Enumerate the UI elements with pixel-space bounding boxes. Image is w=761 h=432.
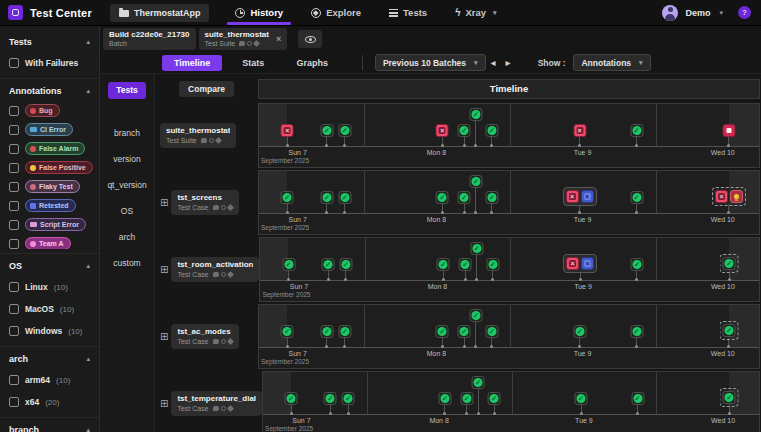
dimension-item-version[interactable]: version <box>100 146 154 172</box>
marker-pass[interactable]: ✓ <box>281 191 294 204</box>
marker-fail[interactable]: × <box>566 190 579 203</box>
marker-group[interactable]: ✓ <box>720 254 739 273</box>
marker-pass[interactable]: ✓ <box>338 191 351 204</box>
section-header-tests[interactable]: Tests▴ <box>0 30 99 52</box>
dimension-item-qt-version[interactable]: qt_version <box>100 172 154 198</box>
filter-item-retested[interactable]: Retested <box>0 196 99 215</box>
dimension-item-os[interactable]: OS <box>100 198 154 224</box>
checkbox[interactable] <box>9 144 19 154</box>
marker-pass[interactable]: ✓ <box>281 325 294 338</box>
marker-fail[interactable]: × <box>573 124 586 137</box>
checkbox[interactable] <box>9 201 19 211</box>
checkbox[interactable] <box>9 304 19 314</box>
marker-pass[interactable]: ✓ <box>486 258 499 271</box>
marker-retested[interactable]: × <box>581 257 594 270</box>
close-icon[interactable]: × <box>276 34 281 44</box>
marker-pass[interactable]: ✓ <box>485 191 498 204</box>
dimension-item-arch[interactable]: arch <box>100 224 154 250</box>
visibility-toggle-button[interactable] <box>298 30 322 48</box>
marker-bulb[interactable] <box>730 190 743 203</box>
test-label-card[interactable]: tst_ac_modesTest Case <box>171 324 238 349</box>
filter-item-arm64[interactable]: arm64(10) <box>0 369 99 391</box>
checkbox[interactable] <box>9 58 19 68</box>
marker-pass[interactable]: ✓ <box>469 175 482 188</box>
test-label-card[interactable]: tst_screensTest Case <box>171 190 238 215</box>
marker-fail[interactable]: × <box>281 124 294 137</box>
checkbox[interactable] <box>9 125 19 135</box>
marker-pass[interactable]: ✓ <box>436 191 449 204</box>
marker-pass[interactable]: ✓ <box>324 392 337 405</box>
filter-item-false-positive[interactable]: False Positive <box>0 158 99 177</box>
prev-batch-button[interactable]: ◂ <box>486 57 501 68</box>
marker-pass[interactable]: ✓ <box>630 258 643 271</box>
marker-pass[interactable]: ✓ <box>322 258 335 271</box>
marker-fail[interactable]: × <box>566 257 579 270</box>
marker-pass[interactable]: ✓ <box>339 258 352 271</box>
dimension-item-branch[interactable]: branch <box>100 120 154 146</box>
tab-timeline[interactable]: Timeline <box>162 55 222 71</box>
expand-icon[interactable]: ⊞ <box>160 265 168 275</box>
tab-stats[interactable]: Stats <box>230 55 276 71</box>
marker-pass[interactable]: ✓ <box>573 325 586 338</box>
marker-pass[interactable]: ✓ <box>338 325 351 338</box>
marker-stop[interactable] <box>722 124 735 137</box>
marker-pass[interactable]: ✓ <box>320 191 333 204</box>
marker-pass[interactable]: ✓ <box>285 392 298 405</box>
test-label-card[interactable]: tst_room_activationTest Case <box>171 257 259 282</box>
checkbox[interactable] <box>9 182 19 192</box>
filter-item-false-alarm[interactable]: False Alarm <box>0 139 99 158</box>
next-batch-button[interactable]: ▸ <box>501 57 516 68</box>
marker-fail[interactable]: × <box>436 124 449 137</box>
test-label-card[interactable]: tst_temperature_dialTest Case <box>171 391 262 416</box>
context-tag-build-c22de0e-21730[interactable]: Build c22de0e_21730Batch <box>103 28 196 50</box>
filter-item-ci-error[interactable]: CI Error <box>0 120 99 139</box>
marker-pass[interactable]: ✓ <box>458 325 471 338</box>
chevron-down-icon[interactable]: ▾ <box>719 9 723 17</box>
marker-pass[interactable]: ✓ <box>723 391 736 404</box>
checkbox[interactable] <box>9 375 19 385</box>
checkbox[interactable] <box>9 106 19 116</box>
marker-pass[interactable]: ✓ <box>460 392 473 405</box>
expand-icon[interactable]: ⊞ <box>160 399 168 409</box>
nav-tests[interactable]: Tests <box>387 0 429 25</box>
context-tag-suite-thermostat[interactable]: suite_thermostatTest Suite× <box>199 28 288 50</box>
marker-pass[interactable]: ✓ <box>458 191 471 204</box>
section-header-arch[interactable]: arch▴ <box>0 347 99 369</box>
marker-group[interactable]: ×× <box>563 254 597 273</box>
marker-pass[interactable]: ✓ <box>282 258 295 271</box>
marker-pass[interactable]: ✓ <box>470 242 483 255</box>
checkbox[interactable] <box>9 326 19 336</box>
marker-pass[interactable]: ✓ <box>320 325 333 338</box>
test-label-card[interactable]: suite_thermostatTest Suite <box>160 123 236 148</box>
filter-item-with-failures[interactable]: With Failures <box>0 52 99 74</box>
dimension-tests-button[interactable]: Tests <box>108 82 146 99</box>
user-name[interactable]: Demo <box>685 8 710 18</box>
compare-button[interactable]: Compare <box>179 81 234 97</box>
marker-pass[interactable]: ✓ <box>469 309 482 322</box>
user-avatar[interactable] <box>662 5 678 21</box>
section-header-annotations[interactable]: Annotations▴ <box>0 79 99 101</box>
dimension-item-custom[interactable]: custom <box>100 250 154 276</box>
marker-pass[interactable]: ✓ <box>723 257 736 270</box>
marker-pass[interactable]: ✓ <box>469 108 482 121</box>
marker-pass[interactable]: ✓ <box>630 325 643 338</box>
checkbox[interactable] <box>9 163 19 173</box>
section-header-os[interactable]: OS▴ <box>0 254 99 276</box>
marker-fail[interactable]: × <box>715 190 728 203</box>
marker-retested[interactable]: × <box>581 190 594 203</box>
show-dropdown[interactable]: Annotations ▾ <box>573 54 650 71</box>
filter-item-linux[interactable]: Linux(10) <box>0 276 99 298</box>
nav-explore[interactable]: Explore <box>309 0 363 25</box>
expand-icon[interactable]: ⊞ <box>160 332 168 342</box>
marker-pass[interactable]: ✓ <box>630 191 643 204</box>
tab-graphs[interactable]: Graphs <box>284 55 340 71</box>
expand-icon[interactable]: ⊞ <box>160 198 168 208</box>
marker-group[interactable]: ×× <box>563 187 597 206</box>
marker-group[interactable]: × <box>712 187 746 206</box>
checkbox[interactable] <box>9 220 19 230</box>
marker-pass[interactable]: ✓ <box>338 124 351 137</box>
nav-history[interactable]: History <box>233 0 285 25</box>
marker-pass[interactable]: ✓ <box>722 324 735 337</box>
filter-item-flaky-test[interactable]: Flaky Test <box>0 177 99 196</box>
marker-group[interactable]: ✓ <box>720 388 739 407</box>
